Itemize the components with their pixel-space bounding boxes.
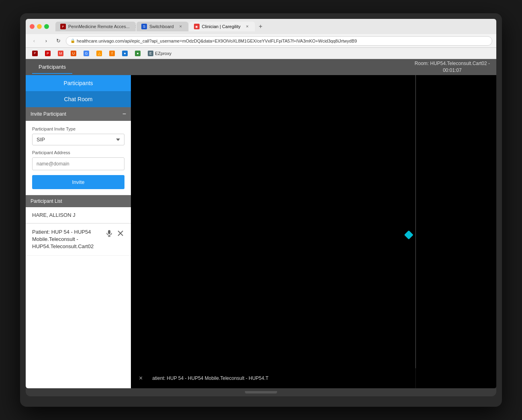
bookmark-globe1[interactable]: ● [120, 50, 130, 57]
participant-list-title: Participant List [31, 198, 62, 204]
maximize-traffic-light[interactable] [44, 24, 49, 29]
tab-close-pennmedicine[interactable]: ✕ [134, 24, 136, 29]
tab-pennmedicine[interactable]: P PennMedicine Remote Acces... ✕ [55, 22, 136, 31]
bookmark-google[interactable]: G [81, 50, 92, 57]
tab-close-switchboard[interactable]: ✕ [178, 24, 184, 29]
tab-caregility[interactable]: ◉ Clinician | Caregility ✕ [189, 22, 255, 31]
participant-list: HARE, ALLISON J Patient: HUP 54 - HUP54 … [26, 207, 131, 388]
tab-label-pennmedicine: PennMedicine Remote Acces... [68, 24, 130, 29]
browser-screen: P PennMedicine Remote Acces... ✕ S Switc… [26, 19, 496, 388]
bookmark-mail[interactable]: M [55, 50, 66, 57]
laptop-shell: P PennMedicine Remote Acces... ✕ S Switc… [20, 13, 502, 407]
bookmark-favicon-penn1: P [32, 51, 38, 56]
invite-button[interactable]: Invite [32, 175, 124, 189]
back-button[interactable]: ‹ [30, 37, 39, 45]
bookmark-globe2[interactable]: ● [133, 50, 143, 57]
address-bar-row: ‹ › ↻ 🔒 healthcare.univago.com/api/epic_… [26, 34, 496, 48]
address-input-field[interactable] [32, 157, 124, 170]
invite-section-collapse[interactable]: − [122, 110, 126, 118]
browser-content: Participants Room: HUP54.Teleconsult.Car… [26, 59, 496, 388]
bookmark-favicon-globe2: ● [135, 51, 141, 56]
chatroom-nav-button[interactable]: Chat Room [26, 91, 131, 107]
address-input[interactable]: 🔒 healthcare.univago.com/api/epic_call?a… [66, 36, 492, 46]
lock-icon: 🔒 [70, 39, 75, 43]
bookmark-favicon-globe1: ● [122, 51, 128, 56]
reload-button[interactable]: ↻ [54, 37, 63, 45]
bookmark-penn1[interactable]: P [30, 50, 40, 57]
bookmark-delta[interactable]: △ [94, 50, 104, 57]
laptop-notch [245, 391, 277, 393]
bookmark-ezproxy[interactable]: E EZproxy [145, 50, 174, 57]
bottom-bar: × atient: HUP 54 - HUP54 Mobile.Telecons… [131, 368, 496, 388]
invite-type-select[interactable]: SIP PSTN Web [32, 134, 124, 145]
video-divider [415, 75, 416, 388]
main-layout: Participants Chat Room Invite Participan… [26, 75, 496, 388]
invite-section-header: Invite Participant − [26, 107, 131, 121]
bookmark-favicon-google: G [84, 51, 89, 56]
bookmark-favicon-ezproxy: E [148, 51, 153, 56]
participants-tab-button[interactable]: Participants [32, 61, 72, 74]
room-info-line1: Room: HUP54.Teleconsult.Cart02 - [415, 60, 490, 67]
remove-participant-icon[interactable] [116, 229, 124, 237]
bookmark-f[interactable]: f [107, 50, 117, 57]
participant-list-header: Participant List [26, 195, 131, 207]
close-traffic-light[interactable] [30, 24, 35, 29]
video-area: × atient: HUP 54 - HUP54 Mobile.Telecons… [131, 75, 496, 388]
mute-microphone-icon[interactable] [105, 229, 113, 237]
tab-close-caregility[interactable]: ✕ [245, 24, 250, 29]
teal-indicator [404, 230, 414, 240]
participant-name-2: Patient: HUP 54 - HUP54 Mobile.Teleconsu… [32, 228, 105, 251]
tab-favicon-switchboard: S [141, 24, 147, 29]
bottom-close-icon[interactable]: × [139, 375, 143, 382]
list-item: Patient: HUP 54 - HUP54 Mobile.Teleconsu… [26, 224, 131, 256]
bookmark-favicon-delta: △ [96, 51, 102, 56]
room-info: Room: HUP54.Teleconsult.Cart02 - 00:01:0… [415, 60, 490, 74]
room-info-line2: 00:01:07 [415, 67, 490, 74]
app-topbar: Participants Room: HUP54.Teleconsult.Car… [26, 59, 496, 75]
tabs-bar: P PennMedicine Remote Acces... ✕ S Switc… [55, 22, 492, 31]
tab-favicon-pennmedicine: P [60, 24, 66, 29]
url-text: healthcare.univago.com/api/epic_call?api… [77, 39, 357, 43]
bookmark-u[interactable]: U [68, 50, 79, 57]
tab-switchboard[interactable]: S Switchboard ✕ [137, 22, 188, 31]
bookmark-favicon-penn2: P [45, 51, 51, 56]
bookmark-favicon-mail: M [58, 51, 63, 56]
svg-rect-0 [108, 230, 110, 234]
new-tab-button[interactable]: + [256, 22, 265, 31]
tab-label-caregility: Clinician | Caregility [202, 24, 241, 29]
invite-type-label: Participant Invite Type [32, 126, 124, 131]
minimize-traffic-light[interactable] [37, 24, 42, 29]
invite-form: Participant Invite Type SIP PSTN Web Par… [26, 121, 131, 195]
bookmark-favicon-f: f [109, 51, 115, 56]
address-label: Participant Address [32, 150, 124, 155]
bottom-participant-label: atient: HUP 54 - HUP54 Mobile.Teleconsul… [152, 375, 268, 381]
bookmark-favicon-u: U [71, 51, 76, 56]
bookmarks-bar: P P M U G △ f ● ● [26, 48, 496, 59]
bookmark-label-ezproxy: EZproxy [155, 51, 171, 56]
left-panel: Participants Chat Room Invite Participan… [26, 75, 131, 388]
participants-nav-button[interactable]: Participants [26, 75, 131, 91]
invite-section-title: Invite Participant [31, 111, 66, 117]
bookmark-penn2[interactable]: P [43, 50, 53, 57]
participant-actions [105, 229, 124, 237]
forward-button[interactable]: › [42, 37, 51, 45]
list-item: HARE, ALLISON J [26, 207, 131, 223]
browser-titlebar: P PennMedicine Remote Acces... ✕ S Switc… [26, 19, 496, 34]
traffic-lights [30, 24, 49, 29]
tab-favicon-caregility: ◉ [194, 24, 200, 29]
participant-name-1: HARE, ALLISON J [32, 212, 75, 218]
tab-label-switchboard: Switchboard [149, 24, 174, 29]
laptop-base [26, 388, 496, 396]
